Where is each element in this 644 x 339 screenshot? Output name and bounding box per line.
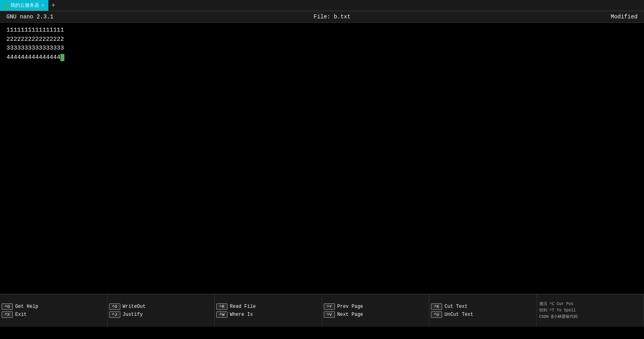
app-info: GNU nano 2.3.1	[6, 14, 54, 20]
shortcut-item[interactable]: ^OWriteOut	[109, 303, 213, 311]
file-info: File: b.txt	[313, 14, 350, 20]
shortcut-label: UnCut Text	[445, 312, 473, 317]
tab-dot-icon	[4, 4, 8, 8]
editor-area[interactable]: 1111111111111111222222222222222233333333…	[0, 23, 644, 294]
shortcut-key: ^X	[2, 311, 13, 318]
editor-line: 3333333333333333	[6, 44, 638, 53]
shortcut-label: Where Is	[230, 312, 253, 317]
tab-label: 我的云服务器	[10, 2, 39, 9]
chinese-label: CSDN @小林爱敲代码	[539, 314, 642, 320]
shortcut-label: Get Help	[15, 304, 38, 309]
line-text: 1111111111111111	[6, 26, 64, 35]
shortcut-item[interactable]: ^JJustify	[109, 311, 213, 319]
shortcut-item[interactable]: ^YPrev Page	[324, 303, 428, 311]
text-cursor	[60, 54, 64, 61]
shortcut-group-4: ^KCut Text^UUnCut Text	[429, 294, 537, 327]
editor-line: 444444444444444	[6, 53, 638, 62]
shortcut-key: ^V	[324, 311, 335, 318]
tab-close-icon[interactable]: ×	[42, 3, 44, 8]
shortcut-item[interactable]: ^XExit	[2, 311, 106, 319]
tab-bar: 我的云服务器 × +	[0, 0, 644, 11]
shortcut-key: ^U	[431, 311, 442, 318]
tab-item[interactable]: 我的云服务器 ×	[0, 0, 48, 11]
tab-add-button[interactable]: +	[48, 2, 59, 9]
shortcut-label: Read File	[230, 304, 256, 309]
shortcut-label: Exit	[15, 312, 27, 317]
shortcut-group-0: ^GGet Help^XExit	[0, 294, 108, 327]
editor-line: 1111111111111111	[6, 26, 638, 35]
chinese-label: 转到 ^T To Spell	[539, 307, 642, 314]
shortcut-key: ^O	[109, 303, 120, 310]
shortcut-item[interactable]: ^KCut Text	[431, 303, 535, 311]
shortcut-key: ^J	[109, 311, 120, 318]
shortcut-label: WriteOut	[123, 304, 146, 309]
footer: ^GGet Help^XExit^OWriteOut^JJustify^RRea…	[0, 294, 644, 327]
shortcut-key: ^Y	[324, 303, 335, 310]
shortcut-item[interactable]: ^UUnCut Text	[431, 311, 535, 319]
shortcut-group-5: 激活 ^C Cur Pos转到 ^T To SpellCSDN @小林爱敲代码	[537, 294, 644, 327]
shortcut-label: Next Page	[337, 312, 363, 317]
line-text: 3333333333333333	[6, 44, 64, 53]
shortcut-label: Justify	[123, 312, 143, 317]
shortcut-key: ^W	[216, 311, 227, 318]
header-bar: GNU nano 2.3.1 File: b.txt Modified	[0, 11, 644, 23]
shortcut-item[interactable]: ^WWhere Is	[216, 311, 320, 319]
shortcut-item[interactable]: ^RRead File	[216, 303, 320, 311]
shortcut-group-1: ^OWriteOut^JJustify	[108, 294, 215, 327]
shortcut-label: Cut Text	[445, 304, 468, 309]
shortcut-label: Prev Page	[337, 304, 363, 309]
shortcut-group-3: ^YPrev Page^VNext Page	[322, 294, 430, 327]
line-text: 2222222222222222	[6, 35, 64, 44]
editor-line: 2222222222222222	[6, 35, 638, 44]
shortcut-key: ^R	[216, 303, 227, 310]
shortcut-item[interactable]: ^GGet Help	[2, 303, 106, 311]
shortcut-group-2: ^RRead File^WWhere Is	[215, 294, 322, 327]
shortcut-key: ^K	[431, 303, 442, 310]
shortcut-key: ^G	[2, 303, 13, 310]
modified-status: Modified	[611, 14, 638, 20]
shortcut-item[interactable]: ^VNext Page	[324, 311, 428, 319]
line-text: 444444444444444	[6, 53, 60, 62]
chinese-label: 激活 ^C Cur Pos	[539, 301, 642, 307]
